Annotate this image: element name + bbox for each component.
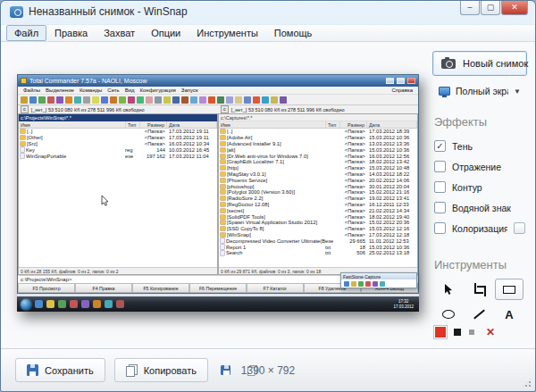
close-button[interactable]: ✕	[501, 1, 528, 15]
menubar: ФайлПравкаЗахватОпцииИнструментыПомощь	[1, 24, 535, 42]
checkbox[interactable]	[434, 181, 446, 193]
file-size: <Папка>	[339, 141, 365, 146]
tc-toolbar-icon	[29, 96, 37, 104]
file-date: 15.03.2012 10:36	[365, 147, 415, 153]
file-type-icon	[221, 136, 225, 139]
taskbar-app-icon	[81, 300, 89, 308]
file-size: <Папка>	[339, 226, 365, 231]
tc-file-row: [Phoenix Service] <Папка> 20.02.2012 14:…	[219, 177, 417, 183]
file-size: 506	[339, 250, 365, 255]
maximize-button[interactable]: ▢	[481, 1, 500, 15]
file-name: [Dr.Web anti-virus for Windows 7.0]	[227, 154, 325, 159]
file-size: 18	[339, 245, 365, 250]
menu-item[interactable]: Захват	[96, 25, 143, 41]
gray-color-swatch[interactable]	[469, 329, 474, 335]
file-name: [http]	[227, 165, 325, 171]
tc-minimize-icon	[386, 78, 394, 84]
crop-tool-button[interactable]	[465, 279, 493, 300]
tc-toolbar-icon	[74, 96, 81, 104]
save-button[interactable]: Сохранить	[15, 358, 105, 382]
checkbox[interactable]	[434, 202, 446, 213]
text-tool-button[interactable]: A	[495, 304, 523, 325]
file-date: 16.03.2012 10:34	[165, 141, 215, 146]
tc-file-row: WinSnapPortable exe 197 162 17.03.2012 1…	[19, 153, 217, 159]
file-size: <Папка>	[339, 178, 365, 183]
line-tool-button[interactable]	[465, 304, 493, 325]
tc-toolbar-icon	[128, 96, 135, 104]
file-type-icon	[221, 190, 225, 194]
file-date: 20.02.2012 14:06	[365, 178, 415, 183]
tc-toolbar-icon	[119, 96, 126, 104]
tc-file-row: Key reg 144 10.03.2012 16:45	[19, 146, 217, 153]
file-name: [RadioSure 2.2]	[227, 196, 325, 201]
copy-label: Копировать	[144, 365, 197, 376]
copy-button[interactable]: Копировать	[114, 358, 208, 382]
file-name: [..]	[227, 129, 325, 134]
file-size: <Папка>	[339, 184, 365, 189]
menu-item[interactable]: Опции	[143, 25, 188, 41]
menu-item[interactable]: Правка	[46, 25, 96, 41]
file-size: 144	[138, 147, 165, 153]
taskbar-app-icon	[105, 300, 113, 308]
file-date: 15.03.2012 12:16	[365, 226, 415, 231]
tc-menu-item: Файлы	[21, 88, 43, 93]
tools-grid: A	[434, 279, 527, 325]
capture-mode-dropdown[interactable]: Полный экран ▼	[432, 81, 527, 101]
tc-column-header: Имя	[219, 121, 326, 128]
checkbox[interactable]	[434, 222, 446, 234]
file-type-icon	[21, 154, 24, 158]
file-type-icon	[221, 196, 225, 200]
tc-left-file-list: [..] <Папка> 17.03.2012 19:11 [Other]	[19, 129, 217, 267]
cursor-tool-button[interactable]	[434, 279, 463, 300]
file-name: Search	[226, 250, 325, 255]
ellipse-icon	[442, 310, 455, 319]
effect-checkbox-row[interactable]: ✓ Тень	[432, 136, 527, 156]
minimize-button[interactable]: –	[460, 1, 480, 15]
menu-item[interactable]: Инструменты	[188, 25, 266, 41]
tc-file-row: [Adobe Air] <Папка> 15.03.2012 10:36	[219, 135, 417, 141]
file-type-icon	[221, 185, 225, 188]
tc-left-path: c:\Projects\WinSnap\*.*	[19, 114, 217, 121]
black-color-swatch[interactable]	[454, 329, 461, 336]
tc-file-row: [SSD CopyTo 8] <Папка> 15.03.2012 12:16	[219, 226, 417, 232]
effect-checkbox-row[interactable]: Колоризация	[432, 218, 527, 238]
effect-checkbox-row[interactable]: Водяной знак	[432, 197, 527, 218]
ellipse-tool-button[interactable]	[434, 304, 463, 325]
tc-file-row: [http] <Папка> 15.03.2012 10:48	[219, 165, 417, 171]
menu-item[interactable]: Помощь	[266, 25, 321, 41]
tc-file-row: [RadioSure 2.2] <Папка> 19.02.2012 13:41	[219, 196, 417, 202]
new-snapshot-button[interactable]: Новый снимок	[432, 51, 527, 76]
file-size: <Папка>	[339, 154, 365, 159]
colorize-options-button[interactable]	[514, 222, 525, 234]
captured-screenshot[interactable]: Total Commander 7.57a - NAOLI, Moscow Фа…	[17, 74, 419, 312]
file-ext: exe	[325, 238, 339, 244]
titlebar[interactable]: Неназванный снимок - WinSnap – ▢ ✕	[1, 1, 535, 24]
tc-menu-item: Сеть	[105, 88, 121, 93]
rectangle-tool-button[interactable]	[495, 279, 523, 300]
quick-save-button[interactable]	[217, 362, 235, 379]
file-name: [Polyglot 3000 (Version 3.60)]	[227, 189, 325, 195]
tc-toolbar-icon	[253, 96, 260, 104]
resize-grip[interactable]	[521, 377, 532, 388]
faststone-tool-icon	[351, 281, 356, 287]
tc-menu-item: Конфигурация	[138, 88, 179, 93]
tc-toolbar-icon	[226, 96, 233, 104]
effect-checkbox-row[interactable]: Отражение	[432, 156, 527, 177]
tc-titlebar: Total Commander 7.57a - NAOLI, Moscow	[18, 75, 418, 87]
faststone-tool-icon	[344, 281, 349, 287]
effect-checkbox-row[interactable]: Контур	[432, 177, 527, 197]
winsnap-app-icon	[10, 6, 23, 18]
checkbox[interactable]: ✓	[434, 140, 446, 152]
preview-canvas[interactable]: Total Commander 7.57a - NAOLI, Moscow Фа…	[1, 42, 424, 348]
file-name: [GraphEdit Localizer 7.1]	[227, 159, 325, 164]
tc-file-row: [SolidPDF Tools] <Папка> 18.02.2012 19:4…	[219, 213, 417, 220]
file-name: [Other]	[27, 135, 125, 140]
delete-annotation-icon[interactable]: ✕	[486, 327, 495, 338]
file-date: 30.01.2012 20:04	[365, 184, 415, 189]
taskbar-app-icon	[93, 300, 101, 308]
checkbox[interactable]	[434, 161, 446, 172]
red-color-swatch[interactable]	[435, 327, 446, 338]
file-size: <Папка>	[339, 165, 365, 171]
file-date: 15.02.2012 21:16	[365, 189, 415, 195]
menu-item[interactable]: Файл	[6, 25, 46, 41]
